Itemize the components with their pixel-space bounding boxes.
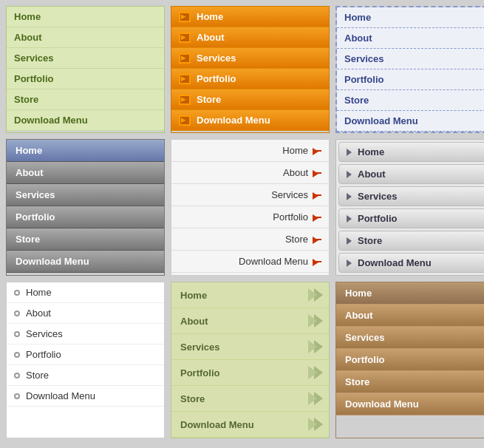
- menu-item-portfolio[interactable]: Portfolio: [337, 69, 484, 90]
- triangle-icon: [347, 237, 352, 245]
- menu-item-home[interactable]: Home: [171, 282, 329, 308]
- menu-item-services[interactable]: Services: [7, 324, 164, 345]
- triangle-icon: [347, 171, 352, 178]
- chevron-icon: [304, 364, 326, 381]
- arrow-icon: [179, 53, 191, 64]
- menu-item-store[interactable]: Store: [336, 371, 484, 393]
- menu-grid: Home About Services Portfolio Store Down…: [0, 0, 484, 444]
- menu-dashed-blue: Home About Services Portfolio Store Down…: [335, 6, 484, 133]
- menu-item-store[interactable]: Store: [338, 231, 484, 251]
- menu-item-about[interactable]: About: [171, 308, 329, 334]
- bullet-icon: [14, 290, 20, 296]
- menu-item-services[interactable]: Services: [338, 186, 484, 206]
- menu-item-about[interactable]: About: [171, 27, 329, 48]
- chevron-icon: [304, 339, 326, 355]
- arrow-icon: [179, 74, 191, 84]
- menu-green-flat: Home About Services Portfolio Store Down…: [6, 6, 165, 133]
- menu-item-portfolio[interactable]: Portfolio: [171, 206, 329, 228]
- menu-item-services[interactable]: Services: [7, 48, 164, 69]
- triangle-icon: [347, 215, 352, 223]
- menu-item-about[interactable]: About: [337, 28, 484, 49]
- menu-item-portfolio[interactable]: Portfolio: [7, 345, 164, 365]
- bullet-icon: [14, 331, 20, 337]
- menu-item-portfolio[interactable]: Portfolio: [7, 206, 164, 228]
- menu-item-services[interactable]: Services: [7, 184, 164, 206]
- menu-item-store[interactable]: Store: [171, 89, 329, 110]
- bullet-icon: [14, 373, 20, 379]
- menu-item-home[interactable]: Home: [7, 140, 164, 162]
- arrow-icon: [179, 115, 191, 126]
- menu-item-home[interactable]: Home: [171, 7, 329, 27]
- menu-item-download[interactable]: Download Menu: [7, 251, 164, 273]
- menu-item-about[interactable]: About: [336, 305, 484, 327]
- menu-item-portfolio[interactable]: Portfolio: [171, 360, 329, 386]
- menu-item-portfolio[interactable]: Portfolio: [338, 208, 484, 228]
- red-arrow-icon: [313, 169, 321, 177]
- menu-item-services[interactable]: Services: [171, 334, 329, 360]
- menu-brown-tan: Home About Services Portfolio Store Down…: [335, 282, 484, 438]
- menu-item-download[interactable]: Download Menu: [7, 110, 164, 131]
- menu-item-download[interactable]: Download Menu: [171, 251, 329, 273]
- menu-item-about[interactable]: About: [7, 303, 164, 324]
- menu-item-home[interactable]: Home: [336, 282, 484, 305]
- menu-item-home[interactable]: Home: [171, 140, 329, 162]
- red-arrow-icon: [313, 257, 321, 266]
- menu-item-portfolio[interactable]: Portfolio: [336, 349, 484, 371]
- menu-item-services[interactable]: Services: [337, 49, 484, 69]
- bullet-icon: [14, 310, 20, 316]
- chevron-icon: [304, 313, 326, 329]
- chevron-icon: [304, 390, 326, 407]
- menu-item-portfolio[interactable]: Portfolio: [171, 69, 329, 89]
- menu-item-services[interactable]: Services: [336, 327, 484, 349]
- menu-chevron-green: Home About Services Portfolio Store Down…: [171, 282, 330, 438]
- chevron-icon: [304, 416, 326, 432]
- menu-round-buttons: Home About Services Portfolio Store Down…: [335, 139, 484, 276]
- menu-item-download[interactable]: Download Menu: [171, 110, 329, 131]
- menu-item-home[interactable]: Home: [7, 282, 164, 303]
- menu-item-home[interactable]: Home: [338, 142, 484, 162]
- menu-right-align: Home About Services Portfolio Store Down…: [171, 139, 330, 276]
- menu-item-store[interactable]: Store: [7, 228, 164, 251]
- menu-item-portfolio[interactable]: Portfolio: [7, 69, 164, 89]
- menu-item-store[interactable]: Store: [171, 386, 329, 412]
- menu-item-about[interactable]: About: [7, 27, 164, 48]
- arrow-icon: [179, 33, 191, 43]
- menu-item-home[interactable]: Home: [337, 7, 484, 28]
- menu-item-download[interactable]: Download Menu: [171, 412, 329, 438]
- menu-item-download[interactable]: Download Menu: [7, 386, 164, 407]
- menu-orange-arrow: Home About Services Portfolio Store Down…: [171, 6, 330, 133]
- menu-item-store[interactable]: Store: [171, 228, 329, 251]
- menu-item-store[interactable]: Store: [7, 89, 164, 110]
- menu-item-store[interactable]: Store: [337, 90, 484, 111]
- menu-item-about[interactable]: About: [338, 164, 484, 184]
- red-arrow-icon: [313, 146, 321, 155]
- red-arrow-icon: [313, 191, 321, 200]
- menu-item-about[interactable]: About: [171, 162, 329, 184]
- menu-item-services[interactable]: Services: [171, 184, 329, 206]
- triangle-icon: [347, 149, 352, 156]
- menu-item-home[interactable]: Home: [7, 7, 164, 27]
- menu-item-download[interactable]: Download Menu: [338, 253, 484, 273]
- menu-item-store[interactable]: Store: [7, 365, 164, 386]
- menu-dark-gray: Home About Services Portfolio Store Down…: [6, 139, 165, 276]
- menu-item-about[interactable]: About: [7, 162, 164, 184]
- arrow-icon: [179, 12, 191, 22]
- menu-bullet-list: Home About Services Portfolio Store Down…: [6, 282, 165, 438]
- menu-item-download[interactable]: Download Menu: [336, 393, 484, 415]
- red-arrow-icon: [313, 235, 321, 244]
- menu-item-download[interactable]: Download Menu: [337, 111, 484, 132]
- triangle-icon: [347, 259, 352, 267]
- bullet-icon: [14, 393, 20, 399]
- arrow-icon: [179, 95, 191, 105]
- triangle-icon: [347, 193, 352, 200]
- red-arrow-icon: [313, 213, 321, 222]
- chevron-icon: [304, 287, 326, 303]
- bullet-icon: [14, 352, 20, 358]
- menu-item-services[interactable]: Services: [171, 48, 329, 69]
